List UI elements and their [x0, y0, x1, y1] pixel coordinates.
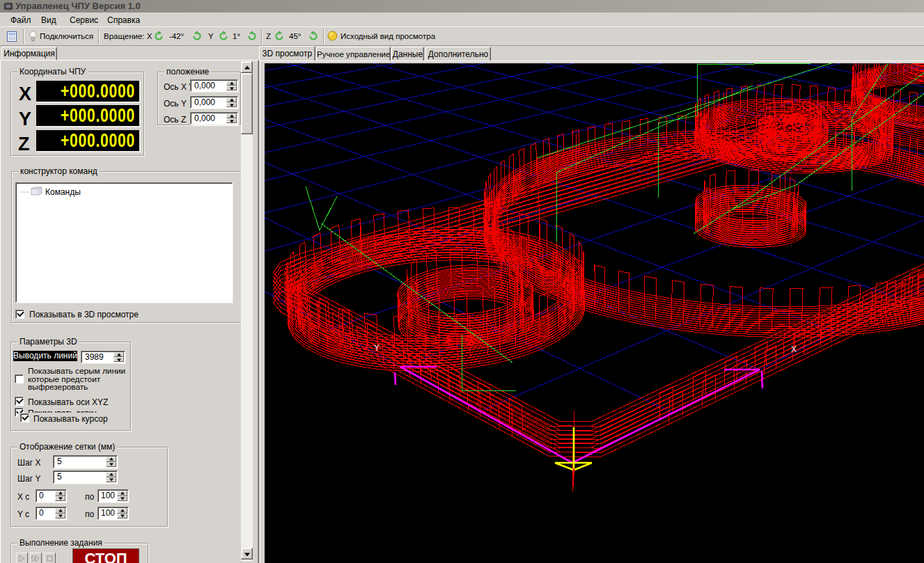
svg-text:Y: Y [374, 343, 379, 353]
svg-text:X: X [791, 344, 797, 354]
svg-text:Команды: Команды [45, 187, 81, 197]
